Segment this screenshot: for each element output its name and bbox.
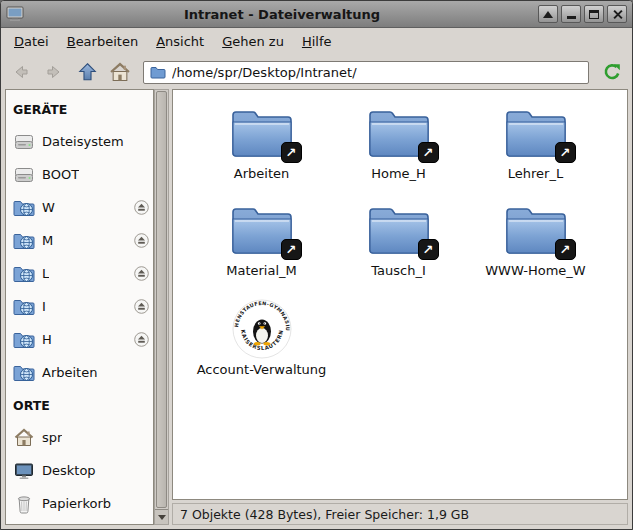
symlink-emblem-icon: ↗ bbox=[555, 239, 576, 260]
eject-button[interactable] bbox=[134, 200, 149, 215]
menu-item-datei[interactable]: Datei bbox=[5, 30, 58, 53]
symlink-emblem-icon: ↗ bbox=[281, 239, 302, 260]
harddrive-icon bbox=[13, 133, 35, 151]
menu-item-bearbeiten[interactable]: Bearbeiten bbox=[58, 30, 147, 53]
symlink-emblem-icon: ↗ bbox=[418, 142, 439, 163]
sidebar-item-label: Arbeiten bbox=[42, 365, 97, 380]
path-folder-icon bbox=[150, 66, 166, 79]
home-icon bbox=[109, 62, 131, 82]
sidebar-item-m[interactable]: M bbox=[6, 224, 153, 257]
close-button[interactable] bbox=[607, 5, 627, 23]
symlink-emblem-icon: ↗ bbox=[418, 239, 439, 260]
sidebar-item-label: Papierkorb bbox=[42, 496, 111, 511]
window-title: Intranet - Dateiverwaltung bbox=[32, 7, 532, 22]
close-icon bbox=[612, 9, 623, 20]
sidebar-section-header: ORTE bbox=[6, 389, 153, 421]
minimize-icon bbox=[567, 16, 576, 19]
sidebar-section-header: GERÄTE bbox=[6, 93, 153, 125]
path-bar[interactable]: /home/spr/Desktop/Intranet/ bbox=[143, 61, 589, 84]
sidebar-item-dateisystem[interactable]: Dateisystem bbox=[6, 125, 153, 158]
symlink-emblem-icon: ↗ bbox=[281, 142, 302, 163]
file-manager-window: Intranet - Dateiverwaltung DateiBearbeit… bbox=[0, 0, 633, 530]
file-manager-window-icon bbox=[6, 5, 26, 23]
file-label: Material_M bbox=[226, 263, 297, 278]
sidebar-item-label: BOOT bbox=[42, 167, 79, 182]
sidebar-item-papierkorb[interactable]: Papierkorb bbox=[6, 487, 153, 520]
up-button[interactable] bbox=[72, 58, 102, 86]
menu-item-gehen-zu[interactable]: Gehen zu bbox=[213, 30, 293, 53]
sidebar-item-h[interactable]: H bbox=[6, 323, 153, 356]
sidebar-item-desktop[interactable]: Desktop bbox=[6, 454, 153, 487]
sidebar-scrollbar[interactable] bbox=[154, 89, 169, 525]
file-label: Arbeiten bbox=[234, 166, 289, 181]
home-button[interactable] bbox=[105, 58, 135, 86]
right-column: ↗Arbeiten ↗Home_H ↗Lehrer_L ↗Material_M bbox=[172, 89, 628, 525]
folder-icon: ↗ bbox=[366, 202, 432, 260]
network-folder-icon bbox=[13, 232, 35, 250]
file-grid: ↗Arbeiten ↗Home_H ↗Lehrer_L ↗Material_M bbox=[173, 90, 627, 396]
folder-icon: ↗ bbox=[366, 105, 432, 163]
forward-icon bbox=[43, 62, 65, 82]
folder-icon: ↗ bbox=[503, 105, 569, 163]
menubar: DateiBearbeitenAnsichtGehen zuHilfe bbox=[1, 28, 632, 55]
eject-button[interactable] bbox=[134, 266, 149, 281]
sidebar: GERÄTE Dateisystem BOOT W M L I bbox=[5, 89, 154, 525]
sidebar-item-label: I bbox=[42, 299, 46, 314]
sidebar-item-label: H bbox=[42, 332, 52, 347]
reload-button[interactable] bbox=[597, 58, 627, 86]
sidebar-item-w[interactable]: W bbox=[6, 191, 153, 224]
file-lehrer_l[interactable]: ↗Lehrer_L bbox=[467, 105, 604, 202]
folder-icon: ↗ bbox=[229, 202, 295, 260]
sidebar-item-i[interactable]: I bbox=[6, 290, 153, 323]
sidebar-item-arbeiten[interactable]: Arbeiten bbox=[6, 356, 153, 389]
scroll-down-button[interactable] bbox=[155, 509, 168, 524]
sidebar-item-label: spr bbox=[42, 430, 62, 445]
folder-icon: ↗ bbox=[503, 202, 569, 260]
menu-item-ansicht[interactable]: Ansicht bbox=[147, 30, 213, 53]
content-area: GERÄTE Dateisystem BOOT W M L I bbox=[1, 89, 632, 529]
eject-button[interactable] bbox=[134, 332, 149, 347]
sidebar-item-label: Dateisystem bbox=[42, 134, 124, 149]
file-label: Home_H bbox=[371, 166, 426, 181]
eject-button[interactable] bbox=[134, 233, 149, 248]
sidebar-item-spr[interactable]: spr bbox=[6, 421, 153, 454]
arrow-down-icon bbox=[158, 515, 166, 520]
file-arbeiten[interactable]: ↗Arbeiten bbox=[193, 105, 330, 202]
file-home_h[interactable]: ↗Home_H bbox=[330, 105, 467, 202]
file-www-home_w[interactable]: ↗WWW-Home_W bbox=[467, 202, 604, 299]
titlebar[interactable]: Intranet - Dateiverwaltung bbox=[1, 1, 632, 28]
file-account-verwaltung[interactable]: HOHENSTAUFEN-GYMNASIUM KAISERSLAUTERN Ac… bbox=[193, 299, 330, 396]
scrollbar-thumb[interactable] bbox=[156, 91, 167, 508]
up-icon bbox=[76, 61, 99, 83]
file-label: WWW-Home_W bbox=[485, 263, 585, 278]
eject-button[interactable] bbox=[134, 299, 149, 314]
window-controls bbox=[538, 5, 627, 23]
statusbar: 7 Objekte (428 Bytes), Freier Speicher: … bbox=[172, 503, 628, 525]
folder-icon: ↗ bbox=[229, 105, 295, 163]
status-text: 7 Objekte (428 Bytes), Freier Speicher: … bbox=[180, 507, 469, 522]
back-icon bbox=[10, 62, 32, 82]
file-material_m[interactable]: ↗Material_M bbox=[193, 202, 330, 299]
trash-icon bbox=[13, 494, 35, 514]
harddrive-icon bbox=[13, 166, 35, 184]
desktop-icon bbox=[13, 462, 35, 480]
symlink-emblem-icon: ↗ bbox=[555, 142, 576, 163]
maximize-button[interactable] bbox=[584, 5, 604, 23]
sidebar-item-boot[interactable]: BOOT bbox=[6, 158, 153, 191]
back-button[interactable] bbox=[6, 58, 36, 86]
menu-item-hilfe[interactable]: Hilfe bbox=[293, 30, 341, 53]
forward-button[interactable] bbox=[39, 58, 69, 86]
network-folder-icon bbox=[13, 199, 35, 217]
file-view[interactable]: ↗Arbeiten ↗Home_H ↗Lehrer_L ↗Material_M bbox=[172, 89, 628, 500]
home-icon bbox=[13, 428, 35, 447]
file-tausch_i[interactable]: ↗Tausch_I bbox=[330, 202, 467, 299]
sidebar-item-l[interactable]: L bbox=[6, 257, 153, 290]
sidebar-item-label: W bbox=[42, 200, 55, 215]
file-label: Tausch_I bbox=[371, 263, 426, 278]
school-logo-icon: HOHENSTAUFEN-GYMNASIUM KAISERSLAUTERN bbox=[232, 299, 292, 359]
network-folder-icon bbox=[13, 331, 35, 349]
shade-button[interactable] bbox=[538, 5, 558, 23]
toolbar: /home/spr/Desktop/Intranet/ bbox=[1, 55, 632, 89]
minimize-button[interactable] bbox=[561, 5, 581, 23]
maximize-icon bbox=[589, 10, 599, 19]
